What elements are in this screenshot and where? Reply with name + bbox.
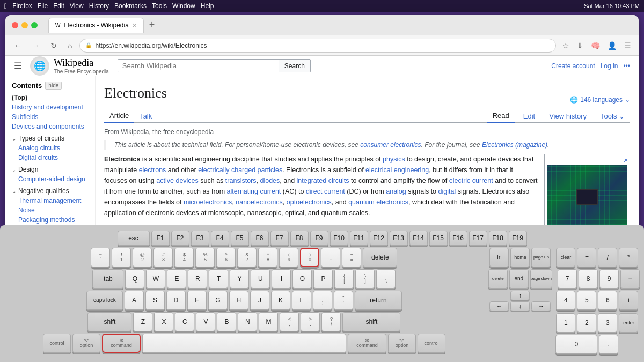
key-1[interactable]: !1 [112, 248, 131, 267]
key-tilde[interactable]: ~` [91, 248, 110, 267]
electrons-link[interactable]: electrons [139, 166, 166, 174]
active-devices-link[interactable]: active devices [156, 177, 199, 184]
key-g[interactable]: G [208, 291, 228, 310]
tab-tools[interactable]: Tools ⌄ [595, 109, 630, 122]
key-0[interactable]: )0 [300, 248, 319, 267]
sidebar-item-digital[interactable]: Digital circuits [18, 153, 89, 162]
tab-close-button[interactable]: ✕ [132, 22, 137, 29]
key-v[interactable]: V [196, 312, 215, 331]
menu-file[interactable]: File [38, 2, 48, 10]
sidebar-section-design[interactable]: ⌄ Design [12, 165, 89, 174]
charged-particles-link[interactable]: electrically charged particles [198, 166, 282, 174]
key-f2[interactable]: F2 [171, 231, 189, 246]
consumer-electronics-link[interactable]: consumer electronics [360, 141, 421, 149]
forward-button[interactable]: → [29, 39, 43, 52]
key-tab[interactable]: tab [92, 269, 123, 289]
menu-firefox[interactable]: Firefox [12, 2, 32, 10]
sidebar-item-top[interactable]: (Top) [12, 93, 89, 102]
analog-link[interactable]: analog [386, 188, 406, 195]
menu-tools[interactable]: Tools [152, 2, 167, 10]
key-f12[interactable]: F12 [370, 231, 388, 246]
key-3[interactable]: #3 [153, 248, 173, 267]
key-end[interactable]: end [509, 269, 529, 289]
key-x[interactable]: X [154, 312, 173, 331]
key-f13[interactable]: F13 [390, 231, 408, 246]
key-c[interactable]: C [175, 312, 194, 331]
close-button[interactable] [12, 22, 18, 28]
key-2[interactable]: @2 [133, 248, 152, 267]
key-arrow-left[interactable]: ← [489, 301, 509, 311]
key-page-down[interactable]: page down [530, 269, 552, 289]
menu-icon[interactable]: ☰ [622, 40, 633, 51]
electronics-magazine-link[interactable]: Electronics (magazine) [482, 141, 547, 149]
key-option-left[interactable]: ⌥option [72, 334, 100, 353]
tab-talk[interactable]: Talk [134, 109, 157, 122]
sidebar-item-subfields[interactable]: Subfields [12, 112, 89, 122]
key-numpad-minus[interactable]: − [620, 269, 640, 289]
address-bar[interactable]: 🔒 https://en.wikipedia.org/wiki/Electron… [79, 39, 556, 53]
key-h[interactable]: H [229, 291, 248, 310]
key-bracket-open[interactable]: {[ [334, 269, 354, 289]
key-f9[interactable]: F9 [310, 231, 328, 246]
nanoelectronics-link[interactable]: nanoelectronics [236, 198, 283, 206]
key-numpad-7[interactable]: 7 [558, 269, 577, 289]
download-icon[interactable]: ⇓ [575, 40, 586, 51]
key-z[interactable]: Z [133, 312, 152, 331]
key-esc[interactable]: esc [118, 231, 150, 246]
menu-history[interactable]: History [89, 2, 109, 10]
tab-article[interactable]: Article [104, 109, 134, 123]
key-6[interactable]: ^6 [216, 248, 236, 267]
key-caps-lock[interactable]: caps lock [86, 291, 123, 310]
languages-button[interactable]: 🌐 146 languages ⌄ [570, 96, 630, 104]
key-f10[interactable]: F10 [330, 231, 348, 246]
quantum-link[interactable]: quantum electronics [348, 198, 408, 206]
key-l[interactable]: L [292, 291, 311, 310]
key-numpad-0[interactable]: 0 [555, 335, 597, 354]
transistors-link[interactable]: transistors [225, 177, 257, 184]
key-numpad-enter[interactable]: enter [619, 313, 638, 333]
tab-edit[interactable]: Edit [518, 109, 540, 122]
menu-window[interactable]: Window [172, 2, 195, 10]
key-f18[interactable]: F18 [489, 231, 507, 246]
key-space[interactable] [142, 334, 346, 353]
menu-view[interactable]: View [70, 2, 84, 10]
key-minus[interactable]: _− [321, 248, 340, 267]
key-control-right[interactable]: control [418, 334, 445, 353]
key-f14[interactable]: F14 [409, 231, 428, 246]
dc-link[interactable]: direct current [306, 188, 345, 195]
key-slash[interactable]: ?/ [321, 312, 341, 331]
key-semicolon[interactable]: :; [313, 291, 332, 310]
key-backslash[interactable]: |\ [376, 269, 396, 289]
key-f5[interactable]: F5 [231, 231, 249, 246]
active-tab[interactable]: W Electronics - Wikipedia ✕ [48, 18, 144, 33]
key-arrow-up[interactable]: ↑ [510, 291, 530, 300]
key-d[interactable]: D [166, 291, 186, 310]
key-arrow-down[interactable]: ↓ [510, 301, 530, 311]
key-home[interactable]: home [510, 248, 530, 267]
key-comma[interactable]: <, [280, 312, 299, 331]
physics-link[interactable]: physics [383, 156, 405, 163]
key-numpad-1[interactable]: 1 [556, 313, 575, 333]
key-f16[interactable]: F16 [449, 231, 467, 246]
key-control-left[interactable]: control [43, 334, 71, 353]
ac-link[interactable]: alternating current [227, 188, 281, 195]
electric-current-link[interactable]: electric current [449, 177, 493, 184]
log-in-link[interactable]: Log in [601, 62, 618, 70]
key-numpad-5[interactable]: 5 [577, 291, 596, 310]
optoelectronics-link[interactable]: optoelectronics [287, 198, 332, 206]
menu-help[interactable]: Help [201, 2, 214, 10]
user-icon[interactable]: 👤 [605, 40, 619, 51]
key-quote[interactable]: "' [334, 291, 353, 310]
key-equals[interactable]: += [342, 248, 361, 267]
key-9[interactable]: (9 [279, 248, 298, 267]
key-s[interactable]: S [145, 291, 165, 310]
wiki-menu-button[interactable]: ☰ [14, 61, 21, 71]
minimize-button[interactable] [21, 22, 28, 28]
bookmarks-icon[interactable]: ☆ [560, 40, 572, 51]
key-arrow-right[interactable]: → [531, 301, 551, 311]
key-command-left[interactable]: ⌘command [102, 334, 141, 353]
key-u[interactable]: U [251, 269, 270, 289]
key-numpad-4[interactable]: 4 [556, 291, 575, 310]
sidebar-section-negative[interactable]: ⌄ Negative qualities [12, 186, 89, 196]
key-f17[interactable]: F17 [469, 231, 487, 246]
